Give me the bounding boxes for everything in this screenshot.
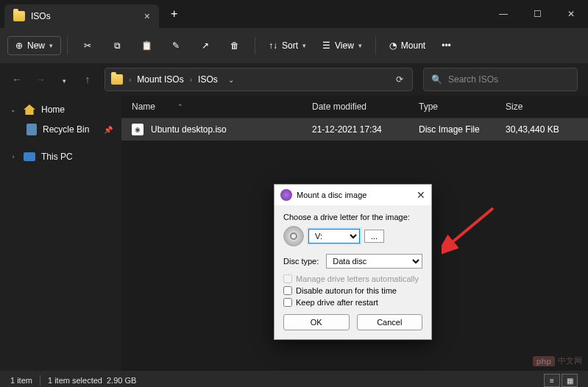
disc-type-select[interactable]: Data disc [326,254,422,269]
forward-button[interactable]: → [34,74,47,85]
chevron-down-icon: ▾ [302,42,306,49]
rename-icon: ✎ [169,39,183,52]
tab-title: ISOs [31,11,51,21]
share-icon: ↗ [199,39,212,52]
browse-button[interactable]: ... [364,230,384,243]
col-size-header[interactable]: Size [506,102,578,112]
toolbar-divider [255,37,255,54]
titlebar: ISOs × + ― ☐ ✕ [0,0,588,28]
sidebar-label: This PC [41,152,73,162]
new-button[interactable]: ⊕ New ▾ [7,36,61,55]
search-box[interactable]: 🔍 [423,68,578,91]
rename-button[interactable]: ✎ [162,35,190,57]
up-button[interactable]: ↑ [81,74,94,85]
copy-button[interactable]: ⧉ [103,35,131,57]
chevron-right-icon: › [129,76,131,84]
minimize-button[interactable]: ― [486,2,520,26]
new-tab-button[interactable]: + [165,4,183,24]
disc-type-label: Disc type: [283,257,319,266]
address-dropdown-icon[interactable]: ⌄ [224,76,238,84]
sort-button[interactable]: ↑↓ Sort ▾ [261,36,314,55]
toolbar-divider [67,37,68,54]
icons-view-button[interactable]: ▦ [562,374,578,387]
breadcrumb-item[interactable]: Mount ISOs [137,74,183,85]
file-size: 30,43,440 KB [506,124,578,135]
recent-button[interactable]: ▾ [57,74,71,85]
sort-icon: ↑↓ [269,40,277,51]
sidebar-item-this-pc[interactable]: › This PC [3,147,118,166]
sort-arrow-icon: ⌃ [177,103,183,110]
sidebar-item-home[interactable]: ⌄ Home [3,100,118,119]
cut-button[interactable]: ✂ [74,35,102,57]
paste-button[interactable]: 📋 [132,35,160,57]
view-button[interactable]: ☰ View ▾ [315,36,369,55]
selected-size: 2.90 GB [107,376,136,385]
column-headers: Name ⌃ Date modified Type Size [121,96,588,118]
dialog-title: Mount a disc image [297,191,366,199]
share-button[interactable]: ↗ [191,35,219,57]
status-divider [40,375,40,386]
cancel-button[interactable]: Cancel [357,314,423,330]
keep-after-restart-checkbox[interactable]: Keep drive after restart [283,298,422,307]
file-name: Ubuntu desktop.iso [151,124,227,135]
ellipsis-icon: ••• [442,40,451,51]
auto-manage-checkbox[interactable]: Manage drive letters automatically [283,274,422,283]
chevron-down-icon: ⌄ [9,106,18,113]
file-type: Disc Image File [419,124,506,135]
maximize-button[interactable]: ☐ [520,2,554,26]
mount-icon: ◔ [389,40,397,51]
col-name-header[interactable]: Name ⌃ [132,102,312,112]
chevron-right-icon: › [190,76,192,84]
dialog-app-icon [280,189,292,201]
address-bar[interactable]: › Mount ISOs › ISOs ⌄ ⟳ [105,68,413,91]
back-button[interactable]: ← [10,74,24,85]
delete-button[interactable]: 🗑 [221,35,249,57]
refresh-button[interactable]: ⟳ [393,74,406,85]
details-view-button[interactable]: ≡ [544,374,560,387]
window-tab[interactable]: ISOs × [4,4,159,28]
close-tab-icon[interactable]: × [144,10,150,22]
nav-row: ← → ▾ ↑ › Mount ISOs › ISOs ⌄ ⟳ 🔍 [0,63,588,96]
sidebar: ⌄ Home Recycle Bin 📌 › This PC [0,96,121,371]
disable-autorun-checkbox[interactable]: Disable autorun for this time [283,286,422,295]
pin-icon: 📌 [104,126,113,134]
toolbar: ⊕ New ▾ ✂ ⧉ 📋 ✎ ↗ 🗑 ↑↓ Sort ▾ ☰ View ▾ ◔… [0,28,588,63]
chevron-right-icon: › [9,153,18,160]
dialog-titlebar: Mount a disc image ✕ [274,185,431,205]
mount-label: Mount [401,40,425,51]
search-input[interactable] [448,74,570,85]
iso-file-icon: ◉ [132,124,144,135]
folder-icon [111,74,123,85]
mount-dialog: Mount a disc image ✕ Choose a drive lett… [274,184,432,340]
col-type-header[interactable]: Type [419,102,506,112]
file-date: 21-12-2021 17:34 [312,124,419,135]
close-button[interactable]: ✕ [554,2,588,26]
ok-button[interactable]: OK [283,314,350,330]
mount-button[interactable]: ◔ Mount [382,36,433,55]
more-button[interactable]: ••• [434,36,458,55]
item-count: 1 item [10,376,32,385]
dialog-prompt: Choose a drive letter for the image: [283,213,422,221]
watermark: php中文网 [533,355,582,366]
col-date-header[interactable]: Date modified [312,102,419,112]
dialog-close-button[interactable]: ✕ [417,189,425,201]
folder-icon [13,11,25,21]
selected-count: 1 item selected [48,376,102,385]
disc-icon [283,226,304,246]
plus-icon: ⊕ [15,40,23,51]
file-row[interactable]: ◉ Ubuntu desktop.iso 21-12-2021 17:34 Di… [121,118,588,141]
sidebar-label: Home [41,104,65,115]
search-icon: 🔍 [431,74,442,85]
sidebar-item-recycle-bin[interactable]: Recycle Bin 📌 [3,119,118,140]
view-icon: ☰ [322,40,330,51]
recycle-bin-icon [26,124,37,135]
chevron-down-icon: ▾ [358,42,362,49]
drive-letter-select[interactable]: V: [308,229,360,244]
trash-icon: 🗑 [228,39,241,52]
clipboard-icon: 📋 [140,39,153,52]
pc-icon [24,152,35,161]
breadcrumb-item[interactable]: ISOs [198,74,218,85]
home-icon [24,104,35,115]
scissors-icon: ✂ [81,39,94,52]
toolbar-divider [375,37,376,54]
